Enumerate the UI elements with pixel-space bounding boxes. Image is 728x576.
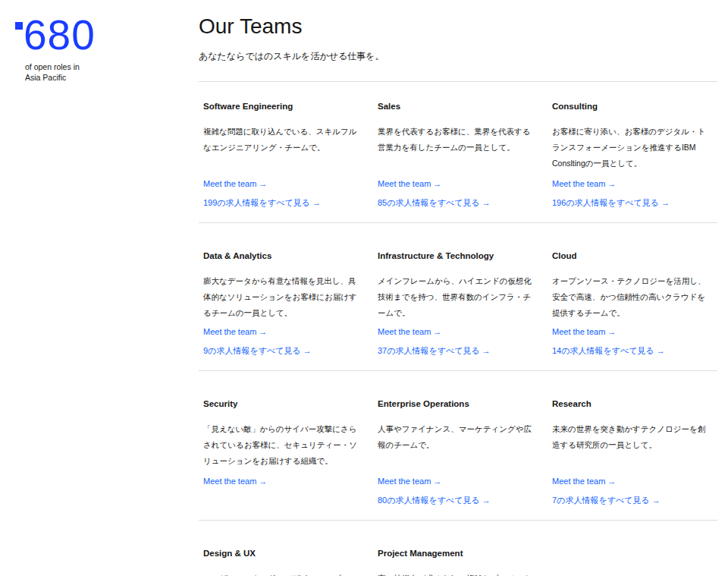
team-card-sales: Sales 業界を代表するお客様に、業界を代表する営業力を有したチームの一員とし…	[378, 101, 535, 208]
team-description: 「見えない敵」からのサイバー攻撃にさらされているお客様に、セキュリティー・ソリュ…	[203, 421, 360, 469]
team-description: 人事やファイナンス、マーケティングや広報のチームで。	[378, 421, 535, 453]
team-name: Data & Analytics	[203, 250, 360, 261]
team-links: Meet the team → 80の求人情報をすべて見る →	[378, 476, 535, 505]
view-all-jobs-link[interactable]: 9の求人情報をすべて見る →	[203, 345, 360, 356]
team-card-infrastructure-technology: Infrastructure & Technology メインフレームから、ハイ…	[378, 250, 535, 356]
team-card-cloud: Cloud オープンソース・テクノロジーを活用し、安全で高速、かつ信頼性の高いク…	[552, 250, 709, 356]
meet-the-team-link[interactable]: Meet the team →	[378, 476, 535, 486]
teams-grid-row-1: Software Engineering 複雑な問題に取り込んでいる、スキルフル…	[199, 81, 717, 222]
team-links: Meet the team → 7の求人情報をすべて見る →	[552, 476, 709, 505]
meet-the-team-link[interactable]: Meet the team →	[203, 326, 360, 337]
open-roles-caption-line2: Asia Pacific	[25, 72, 80, 83]
team-card-data-analytics: Data & Analytics 膨大なデータから有意な情報を見出し、具体的なソ…	[203, 250, 360, 356]
team-description: 複雑な問題に取り込んでいる、スキルフルなエンジニアリング・チームで。	[203, 124, 360, 156]
team-links: Meet the team → 196の求人情報をすべて見る →	[552, 178, 709, 208]
team-card-research: Research 未来の世界を突き動かすテクノロジーを創造する研究所の一員として…	[552, 398, 709, 505]
team-links: Meet the team → 37の求人情報をすべて見る →	[378, 326, 535, 356]
team-description: 高い技術力が求められる複雑なプロジェクト	[378, 571, 535, 576]
team-description: オープンソース・テクノロジーを活用し、安全で高速、かつ信頼性の高いクラウドを提供…	[552, 273, 709, 321]
team-name: Design & UX	[203, 548, 360, 559]
view-all-jobs-link[interactable]: 196の求人情報をすべて見る →	[552, 197, 709, 208]
our-teams-section: Our Teams あなたならではのスキルを活かせる仕事を。 Software …	[199, 0, 717, 576]
meet-the-team-link[interactable]: Meet the team →	[378, 178, 535, 189]
meet-the-team-link[interactable]: Meet the team →	[552, 178, 709, 189]
empty-grid-cell	[552, 548, 709, 576]
team-links: Meet the team →	[203, 476, 360, 505]
page-subtitle: あなたならではのスキルを活かせる仕事を。	[199, 49, 717, 63]
team-card-consulting: Consulting お客様に寄り添い、お客様のデジタル・トランスフォーメーショ…	[552, 101, 709, 208]
meet-the-team-link[interactable]: Meet the team →	[203, 178, 360, 189]
team-name: Cloud	[552, 250, 709, 261]
team-links: Meet the team → 14の求人情報をすべて見る →	[552, 326, 709, 356]
team-description: 膨大なデータから有意な情報を見出し、具体的なソリューションをお客様にお届けするチ…	[203, 273, 360, 321]
team-name: Security	[203, 398, 360, 409]
open-roles-count: 680	[24, 13, 96, 57]
team-links: Meet the team → 9の求人情報をすべて見る →	[203, 326, 360, 356]
team-name: Consulting	[552, 101, 709, 112]
meet-the-team-link[interactable]: Meet the team →	[552, 326, 709, 337]
team-name: Enterprise Operations	[378, 398, 535, 409]
team-name: Infrastructure & Technology	[378, 250, 535, 261]
open-roles-caption-line1: of open roles in	[25, 61, 80, 72]
view-all-jobs-link[interactable]: 14の求人情報をすべて見る →	[552, 345, 709, 356]
view-all-jobs-link[interactable]: 199の求人情報をすべて見る →	[203, 197, 360, 208]
team-name: Software Engineering	[203, 101, 360, 112]
meet-the-team-link[interactable]: Meet the team →	[203, 476, 360, 486]
team-card-design-ux: Design & UX ユーザーセンタード・デザインのアプローチ	[203, 548, 360, 576]
team-card-security: Security 「見えない敵」からのサイバー攻撃にさらされているお客様に、セキ…	[203, 398, 360, 505]
teams-grid: Software Engineering 複雑な問題に取り込んでいる、スキルフル…	[199, 81, 717, 576]
meet-the-team-link[interactable]: Meet the team →	[378, 326, 535, 337]
accent-square-icon	[15, 22, 23, 30]
team-description: 業界を代表するお客様に、業界を代表する営業力を有したチームの一員として。	[378, 124, 535, 156]
team-card-project-management: Project Management 高い技術力が求められる複雑なプロジェクト	[378, 548, 535, 576]
view-all-jobs-link[interactable]: 7の求人情報をすべて見る →	[552, 495, 709, 505]
view-all-jobs-link[interactable]: 37の求人情報をすべて見る →	[378, 345, 535, 356]
view-all-jobs-link[interactable]: 80の求人情報をすべて見る →	[378, 495, 535, 505]
open-roles-caption: of open roles in Asia Pacific	[25, 61, 80, 83]
team-links: Meet the team → 199の求人情報をすべて見る →	[203, 178, 360, 208]
team-description: ユーザーセンタード・デザインのアプローチ	[203, 571, 360, 576]
meet-the-team-link[interactable]: Meet the team →	[552, 476, 709, 486]
team-description: お客様に寄り添い、お客様のデジタル・トランスフォーメーションを推進するIBM C…	[552, 124, 709, 172]
team-card-software-engineering: Software Engineering 複雑な問題に取り込んでいる、スキルフル…	[203, 101, 360, 208]
page-title: Our Teams	[199, 15, 717, 38]
teams-grid-row-3: Security 「見えない敵」からのサイバー攻撃にさらされているお客様に、セキ…	[199, 370, 717, 520]
team-description: メインフレームから、ハイエンドの仮想化技術までを持つ、世界有数のインフラ・チーム…	[378, 273, 535, 321]
view-all-jobs-link[interactable]: 85の求人情報をすべて見る →	[378, 197, 535, 208]
team-description: 未来の世界を突き動かすテクノロジーを創造する研究所の一員として。	[552, 421, 709, 453]
team-card-enterprise-operations: Enterprise Operations 人事やファイナンス、マーケティングや…	[378, 398, 535, 505]
team-name: Project Management	[378, 548, 535, 559]
team-links: Meet the team → 85の求人情報をすべて見る →	[378, 178, 535, 208]
team-name: Sales	[378, 101, 535, 112]
team-name: Research	[552, 398, 709, 409]
teams-grid-row-2: Data & Analytics 膨大なデータから有意な情報を見出し、具体的なソ…	[199, 222, 717, 370]
teams-grid-row-4: Design & UX ユーザーセンタード・デザインのアプローチ Project…	[199, 520, 717, 576]
